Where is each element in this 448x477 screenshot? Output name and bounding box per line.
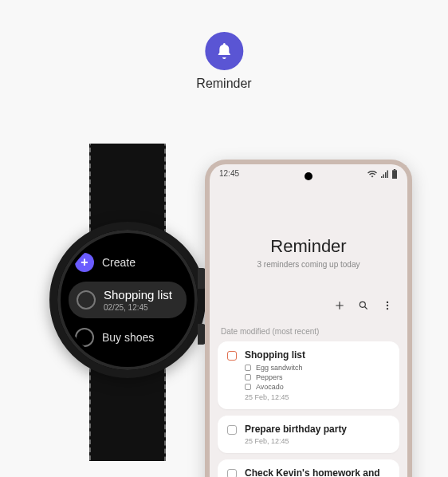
svg-rect-1 bbox=[394, 169, 395, 170]
section-label: Date modified (most recent) bbox=[221, 327, 319, 336]
bell-icon bbox=[205, 32, 243, 70]
reminder-title: Shopping list bbox=[245, 349, 390, 361]
radio-unchecked-icon bbox=[75, 328, 94, 347]
checkbox-icon[interactable] bbox=[227, 425, 237, 435]
svg-point-5 bbox=[387, 308, 388, 309]
svg-rect-0 bbox=[392, 170, 397, 179]
phone-subtitle: 3 reminders coming up today bbox=[210, 260, 407, 269]
checkbox-small-icon bbox=[245, 374, 251, 380]
reminder-title: Check Kevin's homework and warm meals bbox=[245, 467, 390, 477]
checkbox-small-icon bbox=[245, 384, 251, 390]
watch-next-label: Buy shoes bbox=[102, 331, 154, 344]
watch-selected-reminder[interactable]: Shopping list 02/25, 12:45 bbox=[69, 282, 187, 318]
reminder-card[interactable]: Shopping list Egg sandwitch Peppers Avoc… bbox=[218, 341, 399, 409]
more-button[interactable] bbox=[382, 300, 393, 314]
checkbox-icon[interactable] bbox=[227, 469, 237, 477]
sub-item: Egg sandwitch bbox=[245, 364, 390, 372]
reminder-card[interactable]: Prepare birthday party 25 Feb, 12:45 bbox=[218, 416, 399, 453]
watch-next-reminder[interactable]: Buy shoes bbox=[69, 325, 187, 350]
status-bar: 12:45 bbox=[219, 169, 398, 180]
reminder-date: 25 Feb, 12:45 bbox=[245, 393, 390, 401]
signal-icon bbox=[380, 170, 388, 179]
reminder-date: 25 Feb, 12:45 bbox=[245, 437, 390, 445]
header-label: Reminder bbox=[196, 77, 251, 91]
svg-point-4 bbox=[387, 305, 388, 306]
reminder-card[interactable]: Check Kevin's homework and warm meals 25… bbox=[218, 459, 399, 477]
reminder-subitems: Egg sandwitch Peppers Avocado bbox=[245, 364, 390, 391]
watch-body: + Create Shopping list 02/25, 12:45 Buy … bbox=[49, 222, 206, 378]
add-button[interactable] bbox=[334, 300, 345, 314]
phone-action-bar bbox=[334, 300, 393, 314]
phone-header: Reminder 3 reminders coming up today bbox=[210, 236, 407, 269]
watch-reminder-title: Shopping list bbox=[104, 288, 172, 302]
sub-item: Peppers bbox=[245, 373, 390, 381]
watch-screen: + Create Shopping list 02/25, 12:45 Buy … bbox=[64, 236, 191, 364]
checkbox-small-icon bbox=[245, 365, 251, 371]
reminder-title: Prepare birthday party bbox=[245, 424, 390, 435]
plus-icon: + bbox=[75, 253, 94, 272]
phone-title: Reminder bbox=[210, 236, 407, 257]
radio-unchecked-icon bbox=[77, 290, 96, 309]
status-time: 12:45 bbox=[219, 169, 239, 180]
watch-create-row[interactable]: + Create bbox=[69, 250, 187, 275]
svg-point-3 bbox=[387, 302, 388, 303]
battery-icon bbox=[391, 169, 398, 180]
watch-strap-bottom bbox=[89, 365, 166, 461]
search-button[interactable] bbox=[358, 300, 369, 314]
svg-point-2 bbox=[360, 302, 365, 307]
wifi-icon bbox=[367, 170, 377, 179]
smartphone: 12:45 Reminder 3 reminders coming up tod… bbox=[205, 160, 412, 477]
app-header: Reminder bbox=[196, 32, 251, 91]
reminder-list: Shopping list Egg sandwitch Peppers Avoc… bbox=[218, 341, 399, 477]
create-label: Create bbox=[102, 256, 136, 269]
checkbox-icon[interactable] bbox=[227, 351, 237, 361]
smartwatch: + Create Shopping list 02/25, 12:45 Buy … bbox=[36, 144, 219, 461]
sub-item: Avocado bbox=[245, 383, 390, 391]
devices-row: + Create Shopping list 02/25, 12:45 Buy … bbox=[0, 160, 448, 477]
watch-reminder-sub: 02/25, 12:45 bbox=[104, 303, 172, 312]
